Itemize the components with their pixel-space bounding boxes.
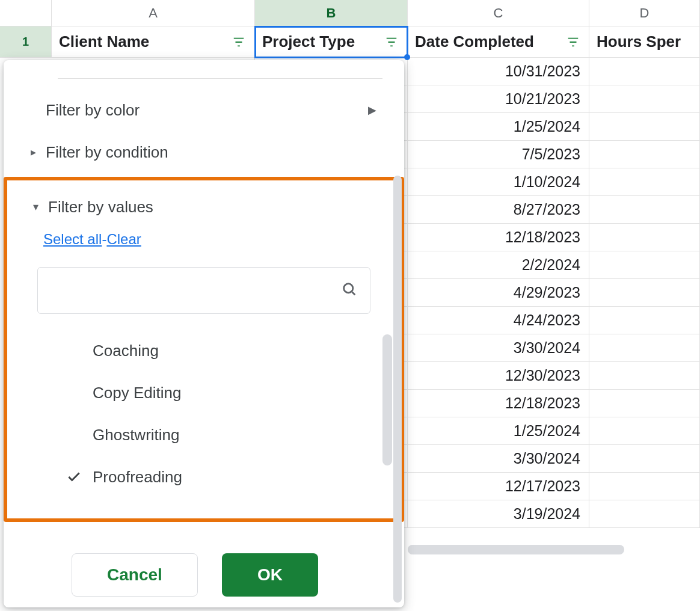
search-icon	[341, 281, 358, 300]
ok-button[interactable]: OK	[222, 553, 318, 597]
data-cell[interactable]	[589, 390, 700, 417]
scrollbar-thumb[interactable]	[382, 334, 392, 465]
menu-label: Filter by condition	[46, 143, 168, 162]
header-cell-date-completed[interactable]: Date Completed	[408, 26, 589, 58]
filter-search-box[interactable]	[37, 267, 370, 314]
filter-value-item[interactable]: Ghostwriting	[66, 414, 387, 456]
data-cell[interactable]: 1/10/2024	[408, 168, 589, 196]
data-cell[interactable]	[589, 279, 700, 307]
data-cell[interactable]: 4/29/2023	[408, 279, 589, 307]
data-cell[interactable]	[589, 58, 700, 85]
data-cell[interactable]: 3/30/2024	[408, 445, 589, 473]
data-cell[interactable]: 10/31/2023	[408, 58, 589, 85]
data-cell[interactable]: 12/18/2023	[408, 390, 589, 417]
filter-value-label: Copy Editing	[93, 384, 181, 402]
filter-value-label: Ghostwriting	[93, 426, 180, 444]
filter-by-values-row[interactable]: ▾ Filter by values	[20, 189, 387, 225]
filter-search-input[interactable]	[50, 281, 341, 299]
filter-icon[interactable]	[565, 34, 582, 51]
filter-by-condition-row[interactable]: ▸ Filter by condition	[4, 131, 404, 173]
header-label: Date Completed	[415, 32, 534, 51]
filter-icon[interactable]	[383, 34, 400, 51]
header-label: Hours Sper	[597, 32, 681, 51]
filter-value-item[interactable]: Proofreading	[66, 456, 387, 498]
col-header-B[interactable]: B	[255, 0, 408, 26]
data-cell[interactable]	[589, 113, 700, 141]
scrollbar-thumb[interactable]	[408, 545, 624, 554]
filter-value-item[interactable]: Copy Editing	[66, 372, 387, 414]
data-cell[interactable]	[589, 251, 700, 279]
data-cell[interactable]: 1/25/2024	[408, 417, 589, 445]
data-cell[interactable]	[589, 334, 700, 362]
data-cell[interactable]: 12/17/2023	[408, 473, 589, 500]
filter-value-label: Proofreading	[93, 468, 182, 487]
filter-dropdown-panel: Filter by color ▶ ▸ Filter by condition …	[4, 60, 404, 607]
check-icon	[66, 469, 93, 485]
data-cell[interactable]: 7/5/2023	[408, 141, 589, 168]
caret-down-icon: ▾	[26, 200, 45, 213]
data-cell[interactable]: 12/18/2023	[408, 224, 589, 251]
row-header-1[interactable]: 1	[0, 26, 52, 58]
chevron-right-icon: ▶	[368, 103, 376, 117]
filter-buttons: Cancel OK	[4, 553, 386, 597]
menu-label: Filter by color	[46, 101, 140, 120]
filter-icon[interactable]	[230, 34, 247, 51]
data-cell[interactable]	[589, 196, 700, 224]
filter-value-label: Coaching	[93, 342, 159, 360]
filter-by-values-section: ▾ Filter by values Select all-Clear Coac…	[4, 177, 404, 522]
values-scrollbar[interactable]	[382, 334, 392, 468]
data-cell[interactable]: 8/27/2023	[408, 196, 589, 224]
data-cell[interactable]	[589, 307, 700, 334]
header-cell-hours-spent[interactable]: Hours Sper	[589, 26, 700, 58]
data-cell[interactable]	[589, 168, 700, 196]
data-cell[interactable]: 12/30/2023	[408, 362, 589, 390]
col-header-C[interactable]: C	[408, 0, 589, 26]
col-header-D[interactable]: D	[589, 0, 700, 26]
data-cell[interactable]: 2/2/2024	[408, 251, 589, 279]
select-all-link[interactable]: Select all	[43, 231, 102, 247]
menu-label: Filter by values	[48, 198, 153, 216]
data-cell[interactable]	[589, 473, 700, 500]
horizontal-scrollbar[interactable]	[408, 545, 624, 554]
data-cell[interactable]: 1/25/2024	[408, 113, 589, 141]
data-cell[interactable]: 3/19/2024	[408, 500, 589, 528]
header-label: Client Name	[59, 32, 149, 51]
data-cell[interactable]	[589, 224, 700, 251]
panel-scrollbar[interactable]	[393, 176, 402, 603]
filter-value-item[interactable]: Coaching	[66, 330, 387, 372]
select-all-clear-links: Select all-Clear	[20, 225, 387, 261]
data-cell[interactable]: 10/21/2023	[408, 85, 589, 113]
header-label: Project Type	[262, 32, 355, 51]
data-cell[interactable]: 4/24/2023	[408, 307, 589, 334]
svg-point-0	[344, 284, 353, 293]
data-cell[interactable]	[589, 445, 700, 473]
filter-value-list: CoachingCopy EditingGhostwritingProofrea…	[20, 326, 387, 498]
caret-right-icon: ▸	[24, 146, 42, 159]
data-cell[interactable]	[589, 500, 700, 528]
filter-by-color-row[interactable]: Filter by color ▶	[4, 89, 404, 131]
data-cell[interactable]	[589, 362, 700, 390]
data-cell[interactable]	[589, 417, 700, 445]
divider	[58, 78, 382, 79]
cancel-button[interactable]: Cancel	[72, 553, 198, 597]
data-cell[interactable]	[589, 85, 700, 113]
header-cell-client-name[interactable]: Client Name	[52, 26, 255, 58]
corner-cell	[0, 0, 52, 26]
clear-link[interactable]: Clear	[106, 231, 141, 247]
scrollbar-thumb[interactable]	[393, 176, 402, 603]
col-header-A[interactable]: A	[52, 0, 255, 26]
data-cell[interactable]: 3/30/2024	[408, 334, 589, 362]
header-cell-project-type[interactable]: Project Type	[255, 26, 408, 58]
data-cell[interactable]	[589, 141, 700, 168]
